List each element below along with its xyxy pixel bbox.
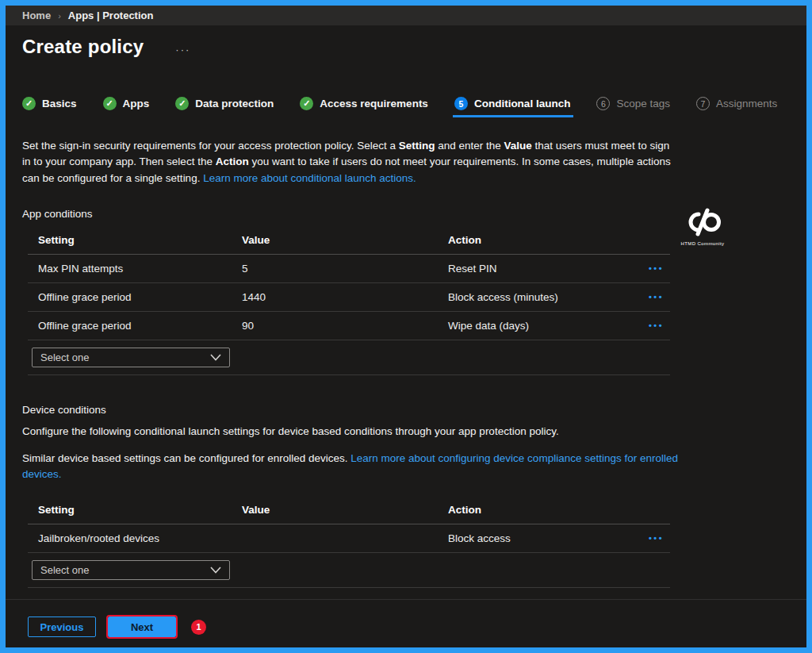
tab-label: Conditional launch [474, 98, 571, 109]
cell-setting: Offline grace period [38, 291, 242, 303]
text-run: and enter the [435, 140, 504, 152]
breadcrumb: Home › Apps | Protection [6, 6, 806, 25]
table-row[interactable]: Offline grace period90Wipe data (days)••… [28, 312, 670, 340]
cell-setting: Offline grace period [38, 320, 242, 332]
row-context-menu-icon[interactable]: ••• [637, 263, 670, 273]
text-run: Similar device based settings can be con… [22, 452, 350, 464]
app-conditions-table: SettingValueActionMax PIN attempts5Reset… [28, 228, 670, 340]
tab-label: Data protection [195, 98, 274, 109]
next-button[interactable]: Next [108, 617, 176, 637]
step-complete-check-icon: ✓ [103, 97, 117, 110]
column-header-action: Action [448, 504, 637, 516]
tab-conditional-launch[interactable]: 5Conditional launch [454, 97, 571, 117]
htmd-community-logo: HTMD Community [676, 208, 729, 246]
footer-actions: Previous Next 1 [28, 617, 206, 637]
row-context-menu-icon[interactable]: ••• [637, 533, 670, 543]
select-placeholder: Select one [40, 351, 89, 363]
device-conditions-setting-select[interactable]: Select one [32, 560, 230, 580]
tab-basics[interactable]: ✓Basics [22, 97, 77, 117]
learn-more-link[interactable]: Learn more about conditional launch acti… [203, 172, 416, 184]
emphasized-term: Action [216, 156, 249, 167]
htmd-logo-icon [681, 208, 724, 236]
cell-action: Block access [448, 532, 637, 544]
annotation-badge: 1 [191, 620, 206, 635]
tab-label: Scope tags [616, 98, 670, 109]
table-header-row: SettingValueAction [28, 497, 670, 524]
cell-value: 90 [242, 320, 448, 332]
step-complete-check-icon: ✓ [22, 97, 36, 110]
tab-data-protection[interactable]: ✓Data protection [175, 97, 274, 117]
tab-label: Assignments [716, 98, 777, 109]
column-header-setting: Setting [38, 504, 242, 516]
row-context-menu-icon[interactable]: ••• [637, 321, 670, 330]
cell-action: Block access (minutes) [448, 291, 637, 303]
tab-apps[interactable]: ✓Apps [103, 97, 150, 117]
cell-setting: Max PIN attempts [38, 263, 242, 275]
select-placeholder: Select one [40, 564, 89, 576]
htmd-logo-caption: HTMD Community [676, 241, 729, 246]
tab-label: Apps [123, 98, 150, 109]
column-header-setting: Setting [38, 234, 242, 246]
column-header-value: Value [242, 504, 448, 516]
step-number-badge: 7 [696, 97, 710, 110]
intro-text: Set the sign-in security requirements fo… [22, 138, 679, 186]
device-conditions-intro: Configure the following conditional laun… [22, 424, 679, 440]
text-run: Set the sign-in security requirements fo… [22, 140, 399, 152]
tab-access-requirements[interactable]: ✓Access requirements [300, 97, 428, 117]
tab-assignments[interactable]: 7Assignments [696, 97, 777, 117]
table-row[interactable]: Max PIN attempts5Reset PIN••• [28, 255, 670, 283]
table-bottom-rule [28, 375, 670, 375]
table-row[interactable]: Offline grace period1440Block access (mi… [28, 283, 670, 312]
tab-label: Basics [42, 98, 77, 109]
previous-button[interactable]: Previous [28, 617, 96, 637]
column-header-action: Action [448, 234, 637, 246]
wizard-tabs: ✓Basics✓Apps✓Data protection✓Access requ… [22, 97, 806, 117]
breadcrumb-current-link[interactable]: Apps | Protection [68, 10, 154, 21]
row-context-menu-icon[interactable]: ••• [637, 292, 670, 302]
chevron-down-icon [210, 567, 221, 574]
app-conditions-setting-select[interactable]: Select one [32, 348, 230, 367]
step-complete-check-icon: ✓ [175, 97, 189, 110]
emphasized-term: Value [504, 140, 532, 152]
table-header-row: SettingValueAction [28, 228, 670, 255]
step-complete-check-icon: ✓ [300, 97, 313, 110]
breadcrumb-home-link[interactable]: Home [22, 10, 51, 21]
breadcrumb-separator: › [58, 11, 61, 21]
cell-action: Reset PIN [448, 263, 637, 275]
cell-action: Wipe data (days) [448, 320, 637, 332]
cell-setting: Jailbroken/rooted devices [38, 532, 242, 544]
emphasized-term: Setting [399, 140, 435, 152]
table-row[interactable]: Jailbroken/rooted devicesBlock access••• [28, 524, 670, 553]
step-number-badge: 5 [454, 97, 468, 110]
device-conditions-heading: Device conditions [22, 404, 806, 416]
device-conditions-note: Similar device based settings can be con… [22, 451, 679, 483]
footer-divider [6, 599, 806, 600]
table-bottom-rule [28, 587, 670, 588]
step-number-badge: 6 [596, 97, 610, 110]
device-conditions-table: SettingValueActionJailbroken/rooted devi… [28, 497, 670, 553]
tab-label: Access requirements [320, 98, 428, 109]
create-policy-window: Home › Apps | Protection Create policy ·… [0, 0, 812, 653]
chevron-down-icon [210, 354, 221, 361]
column-header-value: Value [242, 234, 448, 246]
tab-scope-tags[interactable]: 6Scope tags [596, 97, 670, 117]
page-title: Create policy [22, 36, 144, 58]
more-options-icon[interactable]: ··· [175, 39, 190, 56]
cell-value: 5 [242, 263, 448, 275]
cell-value: 1440 [242, 291, 448, 303]
